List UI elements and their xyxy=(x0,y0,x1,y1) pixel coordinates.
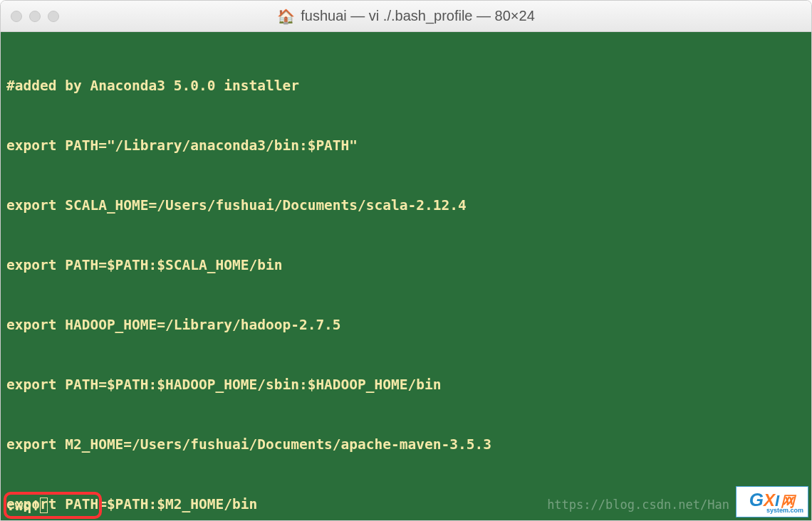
minimize-button[interactable] xyxy=(29,11,41,22)
titlebar: 🏠 fushuai — vi ./.bash_profile — 80×24 xyxy=(1,1,811,32)
close-button[interactable] xyxy=(11,11,22,22)
maximize-button[interactable] xyxy=(48,11,59,22)
logo-x: X xyxy=(764,492,775,509)
logo-sub: system.com xyxy=(766,507,803,514)
window-title: fushuai — vi ./.bash_profile — 80×24 xyxy=(301,8,535,24)
file-line: export PATH=$PATH:$HADOOP_HOME/sbin:$HAD… xyxy=(6,375,806,395)
file-line: export SCALA_HOME=/Users/fushuai/Documen… xyxy=(6,196,806,216)
vi-command: :wq! xyxy=(6,496,40,516)
file-line: export PATH=$PATH:$SCALA_HOME/bin xyxy=(6,256,806,275)
home-icon: 🏠 xyxy=(277,8,295,25)
file-line: export HADOOP_HOME=/Library/hadoop-2.7.5 xyxy=(6,315,806,335)
file-line: #added by Anaconda3 5.0.0 installer xyxy=(6,76,806,96)
logo-net: 网 xyxy=(781,494,795,508)
logo-box: GXI网 system.com xyxy=(736,486,808,517)
logo-main: GXI网 xyxy=(749,490,795,509)
terminal-window: 🏠 fushuai — vi ./.bash_profile — 80×24 #… xyxy=(0,0,812,521)
file-line: export PATH="/Library/anaconda3/bin:$PAT… xyxy=(6,136,806,156)
terminal-content[interactable]: #added by Anaconda3 5.0.0 installer expo… xyxy=(1,32,811,520)
vi-command-line[interactable]: :wq! xyxy=(6,496,48,516)
watermark-text: https://blog.csdn.net/Han xyxy=(547,495,729,515)
traffic-lights xyxy=(11,11,59,22)
logo-g: G xyxy=(749,490,764,509)
file-line: export M2_HOME=/Users/fushuai/Documents/… xyxy=(6,435,806,455)
cursor xyxy=(40,498,48,513)
title-container: 🏠 fushuai — vi ./.bash_profile — 80×24 xyxy=(1,8,811,25)
